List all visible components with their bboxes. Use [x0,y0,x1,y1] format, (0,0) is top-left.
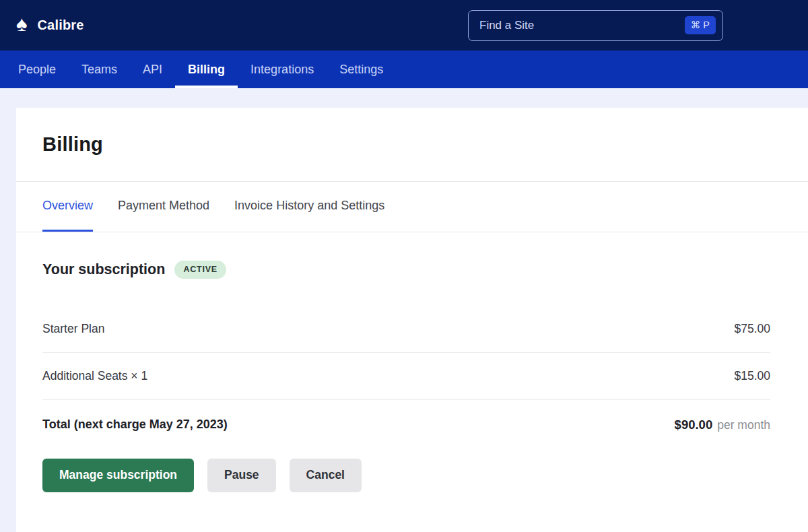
card-header: Billing [16,108,808,182]
line-items-table: Starter Plan $75.00 Additional Seats × 1… [42,306,770,448]
billing-tabs: Overview Payment Method Invoice History … [16,182,808,232]
nav-item-api[interactable]: API [130,51,175,88]
site-search-input[interactable] [479,19,685,32]
app-name: Calibre [37,18,83,33]
total-label: Total (next charge May 27, 2023) [42,418,228,432]
tab-overview[interactable]: Overview [42,182,93,232]
nav-item-integrations[interactable]: Integrations [238,51,327,88]
subscription-section: Your subscription ACTIVE Starter Plan $7… [16,261,808,492]
billing-card: Billing Overview Payment Method Invoice … [16,108,808,532]
page-title: Billing [42,133,103,156]
status-badge: ACTIVE [174,261,226,279]
logo[interactable]: ♠ Calibre [16,15,84,36]
tab-payment-method[interactable]: Payment Method [118,182,209,232]
spade-icon: ♠ [16,13,27,34]
line-item-label: Additional Seats × 1 [42,369,147,383]
nav-item-teams[interactable]: Teams [69,51,130,88]
main-navbar: People Teams API Billing Integrations Se… [0,51,808,88]
nav-item-settings[interactable]: Settings [327,51,396,88]
total-amount: $90.00 [675,418,713,432]
total-amount-wrap: $90.00 per month [675,418,770,432]
site-search-box[interactable]: ⌘ P [468,10,723,41]
nav-item-billing[interactable]: Billing [175,51,238,88]
tab-invoice-history[interactable]: Invoice History and Settings [234,182,384,232]
page-background: Billing Overview Payment Method Invoice … [0,88,808,532]
line-item-amount: $75.00 [734,322,770,336]
subscription-actions: Manage subscription Pause Cancel [42,459,770,492]
keyboard-shortcut-badge: ⌘ P [685,16,716,34]
total-period: per month [717,418,770,432]
line-item-row: Additional Seats × 1 $15.00 [42,353,770,400]
topbar: ♠ Calibre ⌘ P [0,0,808,51]
pause-button[interactable]: Pause [207,459,276,492]
nav-item-people[interactable]: People [5,51,69,88]
manage-subscription-button[interactable]: Manage subscription [42,459,194,492]
subscription-heading: Your subscription [42,261,165,278]
line-item-row: Starter Plan $75.00 [42,306,770,353]
subscription-heading-row: Your subscription ACTIVE [42,261,770,279]
line-item-amount: $15.00 [734,369,770,383]
cancel-button[interactable]: Cancel [290,459,362,492]
total-row: Total (next charge May 27, 2023) $90.00 … [42,400,770,448]
line-item-label: Starter Plan [42,322,104,336]
